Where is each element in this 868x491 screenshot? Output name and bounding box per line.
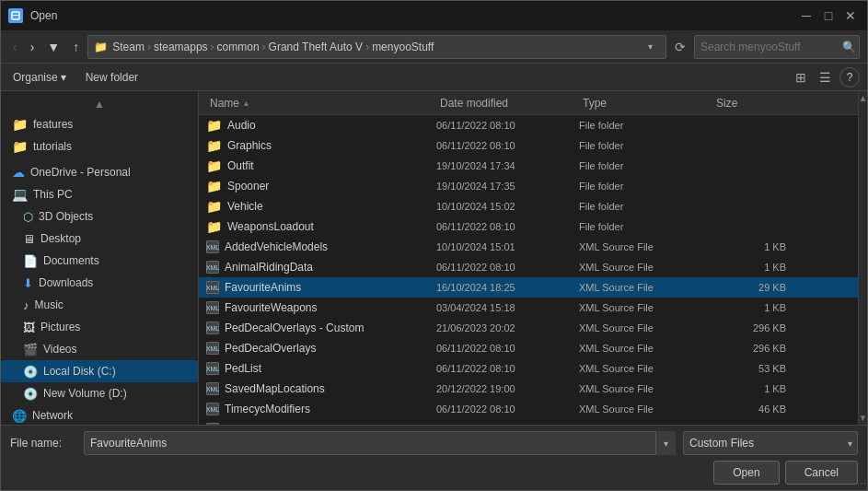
file-row[interactable]: 📁 WeaponsLoadout 06/11/2022 08:10 File f… [199,216,858,237]
col-header-date[interactable]: Date modified [436,95,579,111]
vertical-scrollbar[interactable]: ▲ ▼ [858,91,867,425]
scroll-up-arrow[interactable]: ▲ [859,93,867,103]
breadcrumb-steamapps[interactable]: steamapps [154,41,208,53]
file-row[interactable]: 📁 Audio 06/11/2022 08:10 File folder [199,115,858,135]
sidebar-item-videos[interactable]: 🎬 Videos [1,338,198,360]
cancel-button[interactable]: Cancel [785,461,858,485]
file-row[interactable]: XML PedDecalOverlays 06/11/2022 08:10 XM… [199,338,858,358]
open-button[interactable]: Open [713,461,779,485]
sidebar-item-features[interactable]: 📁 features [1,113,198,135]
file-cell-date: 10/10/2024 15:01 [436,241,579,252]
breadcrumb-gta5[interactable]: Grand Theft Auto V [269,41,364,53]
xml-icon: XML [206,261,219,274]
file-row[interactable]: XML FavouriteWeapons 03/04/2024 15:18 XM… [199,298,858,318]
folder-icon: 📁 [206,118,222,133]
new-folder-button[interactable]: New folder [78,69,145,86]
col-header-type[interactable]: Type [579,95,712,111]
file-row[interactable]: 📁 Outfit 19/10/2024 17:34 File folder [199,156,858,176]
file-row[interactable]: XML FavouriteAnims 16/10/2024 18:25 XML … [199,277,858,298]
file-cell-date: 19/10/2024 17:34 [436,160,579,171]
minimize-button[interactable]: ─ [797,6,816,25]
col-header-name[interactable]: Name ▲ [206,95,436,111]
file-row[interactable]: 📁 Vehicle 10/10/2024 15:02 File folder [199,196,858,216]
file-cell-date: 03/04/2024 15:18 [436,302,579,313]
sidebar-item-documents[interactable]: 📄 Documents [1,250,198,272]
address-bar[interactable]: 📁 Steam › steamapps › common › Grand The… [87,35,666,59]
open-dialog: Open ─ □ ✕ ‹ › ▼ ↑ 📁 Steam › steamapps ›… [0,0,868,491]
file-cell-name: 📁 WeaponsLoadout [206,219,436,234]
sidebar-item-thispc[interactable]: 💻 This PC [1,183,198,205]
sidebar-item-onedrive[interactable]: ☁ OneDrive - Personal [1,161,198,183]
file-row[interactable]: XML AddedVehicleModels 10/10/2024 15:01 … [199,237,858,257]
forward-button[interactable]: › [26,37,40,57]
scroll-up-button[interactable]: ▲ [1,95,198,113]
sidebar-item-desktop[interactable]: 🖥 Desktop [1,228,198,250]
view-details-button[interactable]: ☰ [815,68,836,87]
file-cell-type: XML Source File [579,343,712,354]
help-button[interactable]: ? [839,67,860,88]
file-cell-name: XML SavedMapLocations [206,382,436,395]
desktop-icon: 🖥 [23,232,35,246]
file-cell-type: XML Source File [579,241,712,252]
view-toggle-button[interactable]: ⊞ [791,68,811,87]
file-name: Vehicle [227,200,263,213]
file-cell-date: 10/10/2024 15:02 [436,201,579,212]
col-header-size[interactable]: Size [712,95,786,111]
file-cell-type: XML Source File [579,383,712,394]
file-cell-size: 1 KB [712,302,786,313]
maximize-button[interactable]: □ [819,6,838,25]
file-row[interactable]: XML TimecycModifiers 06/11/2022 08:10 XM… [199,399,858,419]
breadcrumb-steam[interactable]: Steam [112,41,145,53]
file-row[interactable]: 📁 Graphics 06/11/2022 08:10 File folder [199,135,858,156]
sidebar-item-3dobjects[interactable]: ⬡ 3D Objects [1,205,198,228]
organise-button[interactable]: Organise ▾ [8,69,71,86]
up-button[interactable]: ↑ [68,37,84,57]
search-icon: 🔍 [842,41,856,53]
file-list-header: Name ▲ Date modified Type Size [199,91,858,115]
file-cell-name: XML PedDecalOverlays [206,342,436,355]
folder-icon: 📁 [206,158,222,173]
file-cell-type: File folder [579,181,712,192]
file-cell-size: 296 KB [712,322,786,333]
file-row[interactable]: XML SavedMapLocations 20/12/2022 19:00 X… [199,379,858,399]
breadcrumb-folder-icon: 📁 [94,41,108,53]
sidebar-item-downloads[interactable]: ⬇ Downloads [1,272,198,294]
file-row[interactable]: XML PedDecalOverlays - Custom 21/06/2023… [199,318,858,338]
breadcrumb-dropdown-button[interactable]: ▾ [640,35,660,59]
refresh-button[interactable]: ⟳ [670,37,690,57]
scroll-down-arrow[interactable]: ▼ [859,413,867,423]
file-row[interactable]: XML PedList 06/11/2022 08:10 XML Source … [199,358,858,379]
sidebar-item-label: Local Disk (C:) [43,365,116,378]
search-input[interactable] [700,41,839,53]
network-icon: 🌐 [12,409,27,423]
sidebar-item-label: Network [32,409,73,422]
filetype-select[interactable]: Custom Files All Files XML Files [683,431,858,455]
file-cell-name: 📁 Audio [206,118,436,133]
organise-arrow-icon: ▾ [61,71,66,84]
sidebar-item-tutorials[interactable]: 📁 tutorials [1,135,198,158]
file-row[interactable]: XML AnimalRidingData 06/11/2022 08:10 XM… [199,257,858,277]
sidebar-item-label: This PC [33,188,73,201]
bottom-bar: File name: ▾ Custom Files All Files XML … [1,425,867,490]
sidebar-item-newvolume-d[interactable]: 💿 New Volume (D:) [1,382,198,404]
breadcrumb-menyoo[interactable]: menyooStuff [372,41,434,53]
close-button[interactable]: ✕ [841,6,860,25]
resize-handle[interactable]: ⋯ [854,477,867,490]
sidebar-item-pictures[interactable]: 🖼 Pictures [1,316,198,338]
file-cell-name: 📁 Vehicle [206,199,436,214]
sidebar-item-localdisk-c[interactable]: 💿 Local Disk (C:) [1,360,198,382]
file-row[interactable]: 📁 Spooner 19/10/2024 17:35 File folder [199,176,858,196]
recent-locations-button[interactable]: ▼ [42,37,64,57]
sidebar-item-music[interactable]: ♪ Music [1,294,198,316]
filename-input[interactable] [84,431,676,455]
filename-dropdown-button[interactable]: ▾ [655,431,676,455]
breadcrumb-common[interactable]: common [217,41,260,53]
3dobjects-icon: ⬡ [23,210,33,224]
sidebar-item-label: Desktop [41,232,81,245]
sidebar-item-label: Documents [43,254,99,267]
back-button[interactable]: ‹ [8,37,22,57]
sidebar-item-network[interactable]: 🌐 Network [1,404,198,425]
col-name-label: Name [210,97,239,110]
downloads-icon: ⬇ [23,276,33,290]
file-cell-date: 06/11/2022 08:10 [436,363,579,374]
